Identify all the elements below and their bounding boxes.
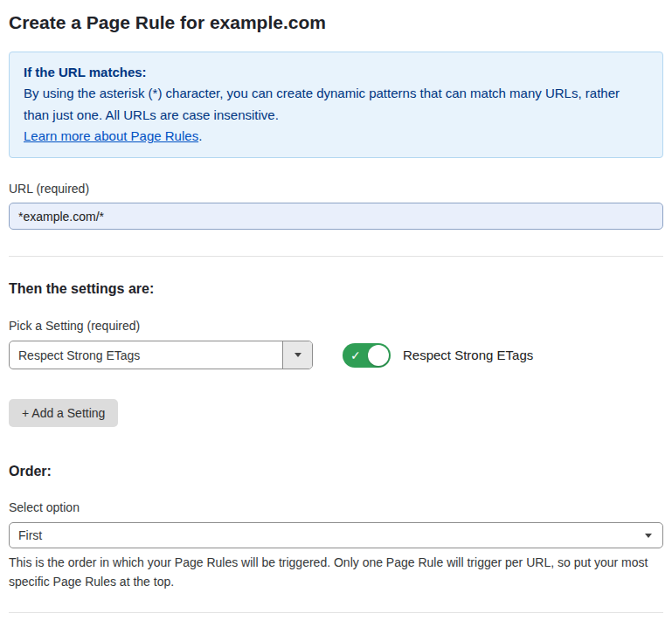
url-match-info-box: If the URL matches: By using the asteris… xyxy=(9,52,663,158)
order-section-heading: Order: xyxy=(9,464,663,479)
setting-select-value: Respect Strong ETags xyxy=(10,348,282,362)
divider xyxy=(9,256,663,257)
setting-row: Respect Strong ETags ✓ Respect Strong ET… xyxy=(9,341,663,369)
check-icon: ✓ xyxy=(350,347,361,364)
etags-toggle[interactable]: ✓ xyxy=(343,343,391,368)
order-select-value: First xyxy=(18,528,42,542)
chevron-down-icon xyxy=(294,353,301,357)
order-select-label: Select option xyxy=(9,500,663,514)
toggle-knob xyxy=(368,345,389,366)
link-period: . xyxy=(198,128,202,143)
toggle-label: Respect Strong ETags xyxy=(403,348,533,362)
order-select[interactable]: First xyxy=(9,522,663,548)
info-box-body: By using the asterisk (*) character, you… xyxy=(24,83,648,126)
add-setting-button[interactable]: + Add a Setting xyxy=(9,399,118,427)
divider xyxy=(9,612,663,613)
settings-section-heading: Then the settings are: xyxy=(9,281,663,297)
learn-more-link[interactable]: Learn more about Page Rules xyxy=(24,128,198,143)
page-title: Create a Page Rule for example.com xyxy=(9,12,663,33)
setting-select[interactable]: Respect Strong ETags xyxy=(9,341,313,369)
url-label: URL (required) xyxy=(9,182,663,196)
info-link-row: Learn more about Page Rules. xyxy=(24,126,648,147)
chevron-down-icon xyxy=(645,534,652,538)
order-help-text: This is the order in which your Page Rul… xyxy=(9,554,660,591)
info-box-heading: If the URL matches: xyxy=(24,62,648,83)
url-input[interactable] xyxy=(9,203,663,230)
pick-setting-label: Pick a Setting (required) xyxy=(9,319,663,333)
setting-select-dropdown-button[interactable] xyxy=(282,341,312,369)
